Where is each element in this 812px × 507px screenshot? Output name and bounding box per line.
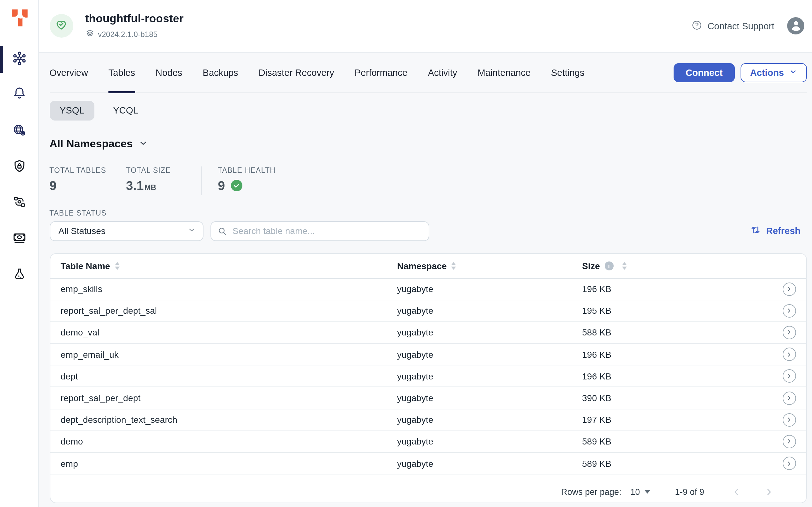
tab-performance[interactable]: Performance (355, 53, 408, 93)
person-icon (789, 18, 803, 34)
cell-size: 197 KB (582, 414, 778, 425)
pagination-next-button[interactable] (763, 486, 774, 497)
api-type-toggle: YSQL YCQL (49, 101, 807, 120)
actions-button[interactable]: Actions (741, 63, 807, 82)
cell-size: 195 KB (582, 306, 778, 316)
tab-tables[interactable]: Tables (108, 53, 135, 93)
table-row[interactable]: demo_val yugabyte 588 KB (50, 322, 806, 344)
tab-settings[interactable]: Settings (551, 53, 585, 93)
stat-value: 9 (218, 178, 225, 193)
shield-lock-icon (12, 159, 26, 175)
tab-backups[interactable]: Backups (203, 53, 238, 93)
sidebar-item-alerts[interactable] (0, 80, 38, 108)
table-row[interactable]: report_sal_per_dept yugabyte 390 KB (50, 387, 806, 409)
layers-icon (85, 29, 94, 40)
chevron-down-icon (187, 226, 196, 236)
stat-total-size: TOTAL SIZE 3.1MB (126, 166, 201, 193)
sidebar-item-integrations[interactable] (0, 189, 38, 217)
triangle-down-icon (644, 490, 651, 494)
tab-maintenance[interactable]: Maintenance (478, 53, 531, 93)
rows-per-page-select[interactable]: 10 (630, 487, 651, 497)
sidebar-item-billing[interactable] (0, 224, 38, 252)
row-chevron-button[interactable] (782, 457, 796, 470)
stat-value: 9 (49, 178, 126, 193)
cell-namespace: yugabyte (397, 371, 582, 381)
namespace-dropdown[interactable]: All Namespaces (49, 137, 148, 150)
row-chevron-button[interactable] (782, 304, 796, 318)
cell-size: 589 KB (582, 458, 778, 468)
yugabyte-logo-icon (11, 8, 29, 27)
cell-table-name: emp_skills (50, 284, 397, 294)
rows-per-page-value: 10 (630, 487, 640, 497)
tab-activity[interactable]: Activity (428, 53, 457, 93)
cell-table-name: dept_description_text_search (50, 414, 397, 425)
stat-table-health: TABLE HEALTH 9 (201, 166, 276, 193)
tab-nodes[interactable]: Nodes (156, 53, 182, 93)
stat-unit: MB (145, 183, 156, 192)
table-row[interactable]: dept yugabyte 196 KB (50, 366, 806, 387)
stat-total-tables: TOTAL TABLES 9 (49, 166, 126, 193)
row-chevron-button[interactable] (782, 370, 796, 383)
cell-table-name: demo_val (50, 328, 397, 338)
toggle-ysql[interactable]: YSQL (49, 101, 94, 120)
toggle-ycql[interactable]: YCQL (103, 101, 148, 120)
user-avatar[interactable] (787, 17, 804, 35)
main-area: thoughtful-rooster v2024.2.1.0-b185 (38, 0, 812, 507)
cell-namespace: yugabyte (397, 306, 582, 316)
health-check-icon (231, 180, 242, 191)
search-input[interactable] (210, 221, 429, 241)
table-row[interactable]: emp yugabyte 589 KB (50, 453, 806, 474)
column-header-table-name[interactable]: Table Name (61, 261, 120, 271)
row-chevron-button[interactable] (782, 413, 796, 426)
row-chevron-button[interactable] (782, 348, 796, 361)
contact-support-link[interactable]: Contact Support (692, 20, 774, 33)
cell-namespace: yugabyte (397, 349, 582, 359)
cluster-health-avatar (49, 14, 73, 38)
globe-gear-icon (12, 123, 26, 140)
column-label: Namespace (397, 261, 447, 271)
sort-icon (114, 262, 120, 270)
sidebar-item-universe[interactable] (0, 45, 38, 73)
stat-value: 3.1 (126, 178, 144, 193)
refresh-button[interactable]: Refresh (746, 224, 804, 238)
sidebar-item-security[interactable] (0, 153, 38, 181)
status-select[interactable]: All Statuses (49, 221, 203, 241)
bell-icon (12, 86, 26, 102)
table-row[interactable]: emp_skills yugabyte 196 KB (50, 278, 806, 300)
row-chevron-button[interactable] (782, 391, 796, 405)
pagination-prev-button[interactable] (731, 486, 742, 497)
table-row[interactable]: emp_email_uk yugabyte 196 KB (50, 344, 806, 365)
namespace-dropdown-label: All Namespaces (49, 137, 133, 150)
column-header-size[interactable]: Size i (582, 261, 627, 271)
cell-namespace: yugabyte (397, 458, 582, 468)
chevron-down-icon (139, 138, 148, 150)
flow-icon (12, 194, 26, 211)
search-icon (217, 226, 227, 238)
table-row[interactable]: report_sal_per_dept_sal yugabyte 195 KB (50, 300, 806, 322)
status-select-value: All Statuses (58, 226, 187, 236)
actions-button-label: Actions (750, 68, 784, 78)
sidebar-item-cloud-config[interactable] (0, 117, 38, 146)
cell-size: 196 KB (582, 284, 778, 294)
sort-icon (451, 262, 456, 270)
billing-icon (12, 230, 26, 246)
row-chevron-button[interactable] (782, 326, 796, 339)
column-header-namespace[interactable]: Namespace (397, 261, 456, 271)
cell-size: 390 KB (582, 393, 778, 403)
cell-size: 589 KB (582, 437, 778, 447)
cell-namespace: yugabyte (397, 414, 582, 425)
row-chevron-button[interactable] (782, 282, 796, 296)
table-row[interactable]: demo yugabyte 589 KB (50, 431, 806, 453)
tab-disaster-recovery[interactable]: Disaster Recovery (259, 53, 334, 93)
connect-button[interactable]: Connect (673, 63, 735, 82)
rows-per-page-label: Rows per page: (561, 487, 621, 497)
info-icon[interactable]: i (604, 261, 613, 270)
column-label: Table Name (61, 261, 110, 271)
cluster-hub-icon (12, 51, 26, 67)
row-chevron-button[interactable] (782, 435, 796, 448)
sidebar-item-labs[interactable] (0, 261, 38, 289)
tab-overview[interactable]: Overview (49, 53, 88, 93)
pagination-bar: Rows per page: 10 1-9 of 9 (50, 474, 806, 503)
table-row[interactable]: dept_description_text_search yugabyte 19… (50, 409, 806, 431)
cell-table-name: dept (50, 371, 397, 381)
